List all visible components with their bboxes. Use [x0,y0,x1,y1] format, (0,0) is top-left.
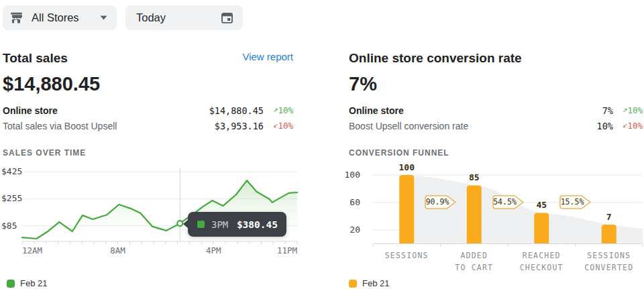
trend-up-icon: ↗ [623,105,627,114]
total-sales-header: Total sales View report [3,51,293,66]
bar-value-label: 100 [399,162,415,172]
percent-badge-label: 54.5% [492,197,518,207]
percent-badge-label: 90.9% [425,197,450,207]
funnel-bar[interactable] [467,185,482,243]
conversion-breakdown: Online store 7% ↗10% Boost Upsell conver… [349,103,643,133]
sales-chart-legend: Feb 21 [7,278,47,288]
x-axis-label: 12AM [22,245,42,255]
conversion-value: 7% [349,72,643,95]
calendar-icon [220,11,234,25]
percent-badge: 15.5% [559,195,591,209]
chevron-down-icon [100,15,107,20]
percent-badge: 90.9% [425,195,456,209]
total-sales-panel: Total sales View report $14,880.45 Onlin… [3,51,293,158]
y-axis-label: 100 [339,170,360,180]
total-sales-value: $14,880.45 [3,72,293,95]
row-label: Boost Upsell conversion rate [349,121,468,131]
trend-percent: 10% [278,121,293,131]
date-filter-label: Today [136,11,166,24]
row-value: 10% [597,121,613,131]
y-axis-label: 20 [339,225,360,235]
series-color-swatch [197,221,205,228]
trend-percent: 10% [627,105,643,115]
row-value: $14,880.45 [209,105,264,116]
bar-value-label: 85 [469,172,480,182]
view-report-link[interactable]: View report [242,51,293,62]
legend-label: Feb 21 [362,278,389,288]
funnel-stage-label: CONVERTED [584,263,633,272]
funnel-stage-label: CHECKOUT [520,263,564,272]
conversion-title: Online store conversion rate [349,51,522,66]
funnel-stage-label: ADDED [460,251,488,260]
date-filter-button[interactable]: Today [125,5,243,30]
percent-badge: 54.5% [492,195,524,209]
sales-over-time-label: SALES OVER TIME [3,148,293,158]
funnel-stage-label: SESSIONS [587,251,631,260]
legend-swatch [349,280,357,288]
table-row: Boost Upsell conversion rate 10% ↙10% [349,118,643,133]
trend-percent: 10% [278,105,293,115]
chart-tooltip: 3PM $380.45 [188,212,286,237]
legend-swatch [7,280,15,288]
store-filter-button[interactable]: All Stores [3,5,117,30]
tooltip-value: $380.45 [237,219,278,230]
y-axis-label: $255 [1,193,22,203]
percent-badge-label: 15.5% [559,197,585,207]
funnel-stage-label: TO CART [455,263,493,272]
funnel-bar[interactable] [399,175,414,244]
funnel-bar[interactable] [602,225,616,244]
conversion-header: Online store conversion rate [349,51,643,66]
topbar: All Stores Today [0,0,644,35]
row-value: 7% [602,105,613,116]
trend-badge: ↙10% [613,121,643,131]
table-row: Online store 7% ↗10% [349,103,643,118]
funnel-stage-label: SESSIONS [385,251,429,260]
trend-percent: 10% [627,121,643,131]
bar-value-label: 45 [536,200,547,210]
x-axis-label: 8AM [110,245,125,255]
trend-badge: ↗10% [613,105,643,115]
trend-up-icon: ↗ [273,105,278,114]
funnel-stage-label: REACHED [523,251,561,260]
y-axis-label: 60 [339,197,360,207]
trend-badge: ↙10% [264,121,293,131]
table-row: Online store $14,880.45 ↗10% [3,103,293,118]
storefront-icon [9,11,23,25]
x-axis-label: 4PM [206,245,221,255]
bar-value-label: 7 [606,212,612,222]
trend-badge: ↗10% [264,105,293,115]
row-label: Online store [349,105,404,116]
hover-marker [177,221,182,226]
analytics-dashboard: All Stores Today Total sales View report… [0,0,644,289]
total-sales-breakdown: Online store $14,880.45 ↗10% Total sales… [3,103,293,133]
conversion-funnel-label: CONVERSION FUNNEL [349,148,643,158]
funnel-chart-legend: Feb 21 [349,278,389,288]
row-label: Total sales via Boost Upsell [3,121,117,131]
store-filter-label: All Stores [32,11,79,24]
tooltip-time: 3PM [211,219,228,230]
y-axis-label: $425 [1,166,22,176]
conversion-rate-panel: Online store conversion rate 7% Online s… [349,51,643,158]
legend-label: Feb 21 [20,278,47,288]
y-axis-label: $85 [1,221,17,231]
funnel-bar[interactable] [534,213,549,243]
x-axis-label: 11PM [277,245,297,255]
row-value: $3,953.16 [215,121,264,131]
total-sales-title: Total sales [3,51,68,66]
trend-down-icon: ↙ [273,120,278,129]
trend-down-icon: ↙ [623,120,627,129]
table-row: Total sales via Boost Upsell $3,953.16 ↙… [3,118,293,133]
row-label: Online store [3,105,58,116]
